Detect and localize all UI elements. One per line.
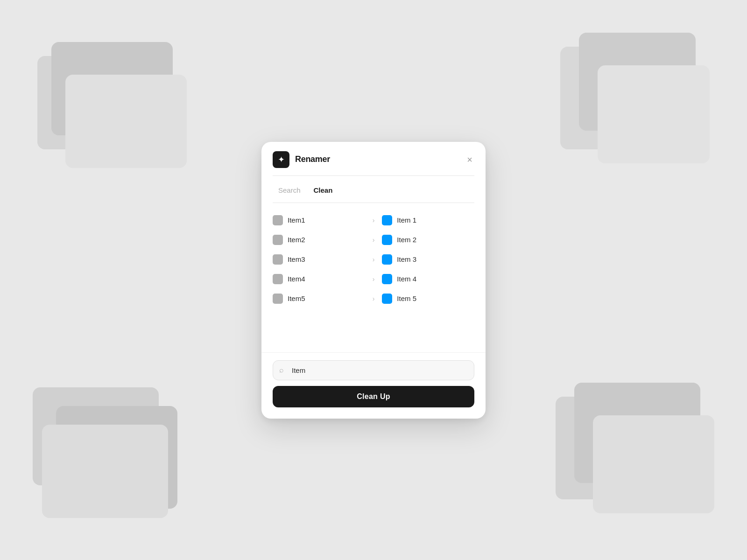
item-renamed-name: Item 3 xyxy=(397,255,416,263)
item-icon-gray xyxy=(273,254,283,265)
geo-shape-top-left xyxy=(19,19,196,196)
item-icon-gray xyxy=(273,235,283,245)
item-icon-blue xyxy=(382,235,392,245)
item-icon-blue xyxy=(382,215,392,225)
modal-title: Renamer xyxy=(295,154,330,164)
geo-shape-top-right xyxy=(551,19,728,196)
item-renamed-5: Item 5 xyxy=(382,294,474,304)
svg-rect-8 xyxy=(42,425,168,518)
arrow-icon: › xyxy=(365,236,382,244)
item-icon-blue xyxy=(382,274,392,284)
svg-rect-9 xyxy=(556,397,686,499)
item-renamed-3: Item 3 xyxy=(382,254,474,265)
item-original-4: Item4 xyxy=(273,274,365,284)
modal-title-group: ✦ Renamer xyxy=(273,151,330,168)
modal-bottom: ⌕ Clean Up xyxy=(261,352,486,419)
item-original-1: Item1 xyxy=(273,215,365,225)
item-icon-gray xyxy=(273,215,283,225)
svg-rect-5 xyxy=(598,65,710,163)
tab-search[interactable]: Search xyxy=(273,183,306,197)
svg-rect-3 xyxy=(560,47,682,149)
cleanup-button[interactable]: Clean Up xyxy=(273,386,474,407)
item-original-3: Item3 xyxy=(273,254,365,265)
renamer-modal: ✦ Renamer × Search Clean Item1 › Item 1 xyxy=(261,142,486,419)
star-icon: ✦ xyxy=(278,154,285,165)
item-original-name: Item4 xyxy=(288,275,305,283)
items-list: Item1 › Item 1 Item2 › Item 2 It xyxy=(261,203,486,352)
item-original-name: Item3 xyxy=(288,255,305,263)
item-icon-blue xyxy=(382,254,392,265)
item-renamed-4: Item 4 xyxy=(382,274,474,284)
item-row: Item1 › Item 1 xyxy=(273,210,474,230)
modal-header: ✦ Renamer × xyxy=(261,142,486,175)
arrow-icon: › xyxy=(365,295,382,302)
item-original-name: Item5 xyxy=(288,294,305,302)
item-row: Item2 › Item 2 xyxy=(273,230,474,250)
arrow-icon: › xyxy=(365,275,382,283)
geo-shape-bottom-right xyxy=(551,364,728,541)
rename-search-input[interactable] xyxy=(273,360,474,380)
item-renamed-name: Item 4 xyxy=(397,275,416,283)
item-row: Item3 › Item 3 xyxy=(273,250,474,269)
item-row: Item5 › Item 5 xyxy=(273,289,474,308)
search-input-wrapper: ⌕ xyxy=(273,360,474,380)
search-icon: ⌕ xyxy=(279,366,284,374)
close-button[interactable]: × xyxy=(465,153,474,166)
arrow-icon: › xyxy=(365,256,382,263)
geo-shape-bottom-left xyxy=(19,364,196,541)
item-renamed-name: Item 2 xyxy=(397,236,416,244)
item-renamed-2: Item 2 xyxy=(382,235,474,245)
item-original-2: Item2 xyxy=(273,235,365,245)
item-original-name: Item1 xyxy=(288,216,305,224)
svg-rect-4 xyxy=(579,33,696,131)
svg-rect-2 xyxy=(65,75,187,168)
item-icon-gray xyxy=(273,274,283,284)
svg-rect-6 xyxy=(33,387,159,485)
item-renamed-name: Item 5 xyxy=(397,294,416,302)
item-original-5: Item5 xyxy=(273,294,365,304)
item-renamed-1: Item 1 xyxy=(382,215,474,225)
item-renamed-name: Item 1 xyxy=(397,216,416,224)
app-icon: ✦ xyxy=(273,151,289,168)
svg-rect-1 xyxy=(51,42,173,135)
tab-bar: Search Clean xyxy=(261,176,486,197)
item-icon-blue xyxy=(382,294,392,304)
item-icon-gray xyxy=(273,294,283,304)
item-original-name: Item2 xyxy=(288,236,305,244)
item-row: Item4 › Item 4 xyxy=(273,269,474,289)
svg-rect-11 xyxy=(593,415,714,513)
svg-rect-10 xyxy=(574,383,700,483)
arrow-icon: › xyxy=(365,217,382,224)
tab-clean[interactable]: Clean xyxy=(308,183,338,197)
svg-rect-7 xyxy=(56,406,177,509)
svg-rect-0 xyxy=(37,56,159,149)
